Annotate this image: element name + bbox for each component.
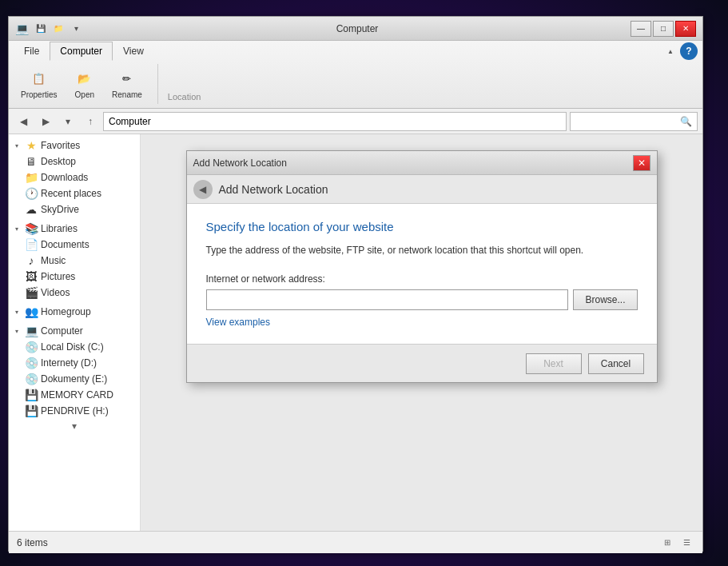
quick-dropdown-btn[interactable]: ▾ (68, 21, 84, 37)
sidebar-item-pictures[interactable]: 🖼 Pictures (9, 269, 140, 285)
internety-d-label: Internety (D:) (41, 357, 97, 369)
sidebar-item-music[interactable]: ♪ Music (9, 253, 140, 269)
downloads-icon: 📁 (25, 171, 38, 184)
ribbon-properties-btn[interactable]: 📋 Properties (15, 66, 63, 103)
up-button[interactable]: ↑ (81, 112, 100, 131)
help-button[interactable]: ? (680, 42, 698, 60)
ribbon-right: ▲ ? (664, 42, 698, 60)
dialog-heading: Specify the location of your website (206, 220, 638, 233)
sidebar-item-dokumenty-e[interactable]: 💿 Dokumenty (E:) (9, 371, 140, 387)
sidebar-item-documents[interactable]: 📄 Documents (9, 237, 140, 253)
ribbon-separator (157, 64, 158, 104)
homegroup-label: Homegroup (41, 306, 91, 317)
sidebar-section-homegroup: ▾ 👥 Homegroup (9, 304, 140, 320)
quick-save-btn[interactable]: 💾 (33, 21, 49, 37)
documents-label: Documents (41, 239, 90, 250)
search-bar[interactable]: 🔍 (570, 112, 698, 131)
homegroup-icon: 👥 (25, 305, 38, 318)
open-label: Open (75, 90, 94, 99)
dokumenty-e-icon: 💿 (25, 373, 38, 385)
desktop-icon: 🖥 (25, 155, 38, 168)
quick-access-toolbar: 💾 📁 ▾ (33, 21, 84, 37)
close-button[interactable]: ✕ (675, 21, 696, 37)
sidebar-libraries-header[interactable]: ▾ 📚 Libraries (9, 221, 140, 237)
tab-file[interactable]: File (14, 42, 50, 60)
minimize-button[interactable]: — (631, 21, 651, 37)
main-area: ▾ ★ Favorites 🖥 Desktop 📁 Downloads 🕐 (9, 134, 702, 531)
sidebar-item-recent-places[interactable]: 🕐 Recent places (9, 185, 140, 201)
status-items-count: 6 items (17, 537, 48, 548)
local-disk-c-label: Local Disk (C:) (41, 341, 104, 353)
sidebar-item-internety-d[interactable]: 💿 Internety (D:) (9, 355, 140, 371)
pictures-icon: 🖼 (25, 270, 38, 283)
sidebar-item-skydrive[interactable]: ☁ SkyDrive (9, 201, 140, 217)
music-icon: ♪ (25, 254, 38, 267)
address-input[interactable] (206, 289, 569, 310)
window-icon: 💻 (15, 22, 28, 35)
ribbon-content: 📋 Properties 📂 Open ✏ Rename Location (9, 60, 702, 108)
address-input-row: Browse... (206, 289, 638, 310)
memory-card-icon: 💾 (25, 389, 38, 401)
sidebar-item-downloads[interactable]: 📁 Downloads (9, 169, 140, 185)
sidebar-section-favorites: ▾ ★ Favorites 🖥 Desktop 📁 Downloads 🕐 (9, 138, 140, 217)
sidebar-item-videos[interactable]: 🎬 Videos (9, 285, 140, 301)
dialog-close-button[interactable]: ✕ (633, 155, 650, 171)
browse-button[interactable]: Browse... (573, 289, 637, 310)
view-list-button[interactable]: ☰ (678, 535, 694, 551)
search-icon: 🔍 (680, 116, 692, 127)
ribbon: File Computer View ▲ ? 📋 Properties 📂 Op… (9, 41, 702, 109)
properties-icon: 📋 (30, 70, 49, 89)
ribbon-rename-btn[interactable]: ✏ Rename (106, 66, 148, 103)
desktop-label: Desktop (41, 156, 76, 167)
sidebar-item-pendrive-h[interactable]: 💾 PENDRIVE (H:) (9, 403, 140, 419)
cancel-button[interactable]: Cancel (588, 353, 644, 374)
window-controls: — □ ✕ (631, 21, 696, 37)
ribbon-open-btn[interactable]: 📂 Open (70, 66, 100, 103)
sidebar-computer-header[interactable]: ▾ 💻 Computer (9, 323, 140, 339)
sidebar-item-memory-card[interactable]: 💾 MEMORY CARD (9, 387, 140, 403)
computer-icon: 💻 (25, 325, 38, 337)
computer-label: Computer (41, 325, 83, 337)
videos-label: Videos (41, 287, 70, 298)
back-button[interactable]: ◀ (14, 112, 33, 131)
dialog-title-bar: Add Network Location ✕ (187, 151, 657, 175)
tab-view[interactable]: View (113, 42, 154, 60)
tab-computer[interactable]: Computer (50, 42, 113, 61)
libraries-icon: 📚 (25, 222, 38, 235)
main-window: 💻 💾 📁 ▾ Computer — □ ✕ File Computer Vie… (8, 16, 703, 552)
sidebar: ▾ ★ Favorites 🖥 Desktop 📁 Downloads 🕐 (9, 134, 141, 531)
view-examples-link[interactable]: View examples (206, 317, 270, 328)
ribbon-tabs: File Computer View ▲ ? (9, 41, 702, 60)
dialog-footer: Next Cancel (187, 344, 657, 382)
libraries-label: Libraries (41, 223, 78, 234)
properties-label: Properties (21, 90, 58, 99)
skydrive-icon: ☁ (25, 203, 38, 216)
dialog-nav-title: Add Network Location (219, 183, 328, 196)
maximize-button[interactable]: □ (653, 21, 674, 37)
dialog-title: Add Network Location (193, 157, 287, 169)
local-disk-c-icon: 💿 (25, 341, 38, 353)
quick-folder-btn[interactable]: 📁 (50, 21, 66, 37)
view-tiles-button[interactable]: ⊞ (659, 535, 675, 551)
dialog-back-button[interactable]: ◀ (193, 180, 213, 199)
status-bar-right: ⊞ ☰ (659, 535, 694, 551)
next-button[interactable]: Next (526, 353, 582, 374)
sidebar-favorites-header[interactable]: ▾ ★ Favorites (9, 138, 140, 153)
ribbon-group-label: Location (168, 92, 201, 105)
videos-icon: 🎬 (25, 286, 38, 299)
add-network-location-dialog: Add Network Location ✕ ◀ Add Network Loc… (186, 150, 658, 383)
rename-label: Rename (112, 90, 142, 99)
sidebar-homegroup-header[interactable]: ▾ 👥 Homegroup (9, 304, 140, 320)
address-bar[interactable]: Computer (103, 112, 567, 131)
sidebar-item-local-disk-c[interactable]: 💿 Local Disk (C:) (9, 339, 140, 355)
dialog-description: Type the address of the website, FTP sit… (206, 243, 638, 257)
sidebar-scroll-down-btn[interactable]: ▾ (9, 419, 140, 433)
recent-locations-btn[interactable]: ▾ (58, 112, 78, 131)
status-bar: 6 items ⊞ ☰ (9, 531, 702, 553)
content-area: Add Network Location ✕ ◀ Add Network Loc… (141, 134, 702, 531)
homegroup-expand-icon: ▾ (15, 309, 22, 316)
libraries-expand-icon: ▾ (15, 225, 22, 233)
forward-button[interactable]: ▶ (36, 112, 55, 131)
sidebar-item-desktop[interactable]: 🖥 Desktop (9, 153, 140, 169)
ribbon-collapse-btn[interactable]: ▲ (664, 45, 677, 58)
